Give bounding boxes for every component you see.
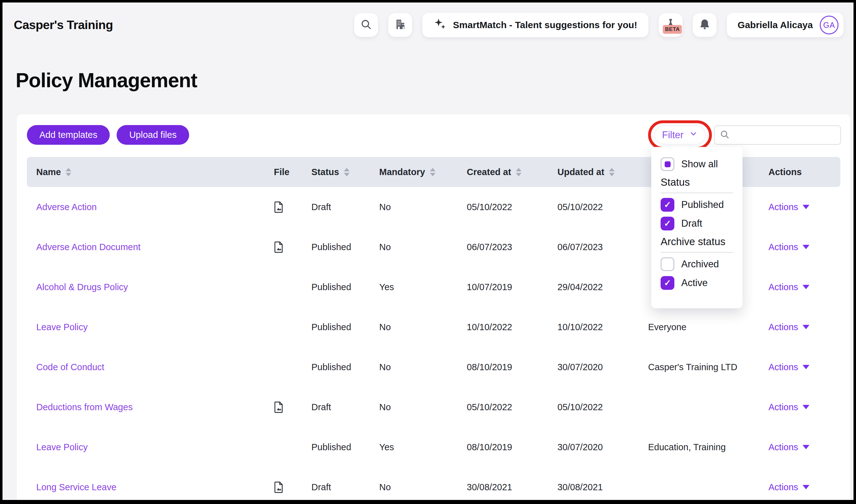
divider: [661, 193, 733, 193]
divider: [661, 252, 733, 253]
sort-arrows-icon: [516, 168, 521, 176]
policy-name-link[interactable]: Adverse Action: [36, 202, 96, 212]
row-actions-button[interactable]: Actions: [768, 242, 809, 252]
mandatory-cell: No: [370, 307, 458, 347]
filter-option-published[interactable]: ✓ Published: [661, 198, 733, 212]
row-actions-button[interactable]: Actions: [768, 362, 809, 372]
policy-name-link[interactable]: Deductions from Wages: [36, 402, 132, 412]
row-actions-button[interactable]: Actions: [768, 402, 809, 412]
file-document-icon: [274, 401, 302, 413]
created-at-cell: 05/10/2022: [458, 387, 548, 427]
row-actions-button[interactable]: Actions: [768, 442, 809, 452]
mandatory-cell: No: [370, 347, 458, 387]
row-actions-button[interactable]: Actions: [768, 322, 809, 332]
mandatory-cell: Yes: [370, 427, 458, 467]
policy-name-link[interactable]: Adverse Action Document: [36, 242, 141, 252]
mandatory-cell: No: [370, 467, 458, 504]
filter-button[interactable]: Filter: [654, 125, 706, 145]
policy-name-link[interactable]: Leave Policy: [36, 322, 88, 332]
search-icon: [360, 18, 372, 32]
caret-down-icon: [803, 245, 809, 249]
bell-icon: [698, 18, 711, 32]
smartmatch-banner-button[interactable]: SmartMatch - Talent suggestions for you!: [422, 13, 649, 37]
status-cell: Published: [302, 427, 370, 467]
caret-down-icon: [803, 285, 809, 289]
audience-cell: Education, Training: [639, 427, 759, 467]
policy-management-page: Casper's Training: [2, 2, 854, 500]
upload-files-button[interactable]: Upload files: [117, 125, 189, 145]
page-title: Policy Management: [16, 69, 197, 92]
caret-down-icon: [803, 485, 809, 489]
file-document-icon: [274, 241, 302, 253]
column-header-mandatory[interactable]: Mandatory: [370, 157, 458, 187]
policy-name-link[interactable]: Alcohol & Drugs Policy: [36, 282, 128, 292]
checkbox-checked-icon[interactable]: ✓: [661, 217, 674, 230]
audience-cell: Casper's Training LTD: [639, 347, 759, 387]
add-templates-button[interactable]: Add templates: [27, 125, 110, 145]
row-actions-button[interactable]: Actions: [768, 282, 809, 292]
labs-button[interactable]: BETA: [659, 13, 682, 37]
policy-name-link[interactable]: Leave Policy: [36, 442, 88, 452]
column-header-status[interactable]: Status: [302, 157, 370, 187]
top-bar: Casper's Training: [2, 2, 854, 48]
created-at-cell: 08/10/2019: [458, 347, 548, 387]
policy-name-link[interactable]: Code of Conduct: [36, 362, 104, 372]
caret-down-icon: [803, 325, 809, 329]
caret-down-icon: [803, 205, 809, 209]
user-name: Gabriella Alicaya: [737, 20, 813, 30]
sort-arrows-icon: [609, 168, 614, 176]
column-header-updated-at[interactable]: Updated at: [548, 157, 639, 187]
user-menu-button[interactable]: Gabriella Alicaya GA: [727, 13, 843, 37]
updated-at-cell: 30/07/2020: [548, 347, 639, 387]
audience-cell: [639, 467, 759, 504]
table-search: [714, 125, 841, 145]
row-actions-button[interactable]: Actions: [768, 482, 809, 492]
brand-title: Casper's Training: [14, 18, 113, 32]
updated-at-cell: 05/10/2022: [548, 187, 639, 227]
updated-at-cell: 30/07/2020: [548, 427, 639, 467]
created-at-cell: 30/08/2021: [458, 467, 548, 504]
column-header-name[interactable]: Name: [27, 157, 265, 187]
status-cell: Published: [302, 347, 370, 387]
checkbox-checked-icon[interactable]: ✓: [661, 198, 674, 212]
status-cell: Draft: [302, 187, 370, 227]
row-actions-button[interactable]: Actions: [768, 202, 809, 212]
column-header-file: File: [265, 157, 302, 187]
global-search-button[interactable]: [354, 13, 378, 37]
top-bar-actions: SmartMatch - Talent suggestions for you!…: [354, 13, 843, 37]
filter-section-archive-status: Archive status: [661, 235, 733, 248]
filter-dropdown: Show all Status ✓ Published ✓ Draft Arch…: [651, 147, 743, 308]
filter-option-draft[interactable]: ✓ Draft: [661, 216, 733, 231]
column-header-actions: Actions: [759, 157, 840, 187]
sort-arrows-icon: [344, 168, 350, 176]
checkbox-indeterminate-icon[interactable]: [661, 157, 674, 171]
filter-label: Filter: [662, 129, 684, 141]
filter-option-active[interactable]: ✓ Active: [661, 276, 733, 290]
column-header-created-at[interactable]: Created at: [458, 157, 548, 187]
checkbox-checked-icon[interactable]: ✓: [661, 276, 674, 290]
toolbar-right: Filter: [654, 125, 841, 145]
filter-section-status: Status: [661, 176, 733, 189]
avatar: GA: [820, 16, 838, 34]
policy-name-link[interactable]: Long Service Leave: [36, 482, 116, 492]
file-document-icon: [274, 482, 302, 493]
created-at-cell: 10/07/2019: [458, 267, 548, 307]
status-cell: Published: [302, 227, 370, 267]
filter-option-archived[interactable]: Archived: [661, 257, 733, 271]
updated-at-cell: 10/10/2022: [548, 307, 639, 347]
updated-at-cell: 30/08/2021: [548, 467, 639, 504]
sparkles-icon: [434, 18, 447, 33]
organisation-button[interactable]: [388, 13, 412, 37]
filter-option-show-all[interactable]: Show all: [661, 157, 733, 171]
table-row: Code of ConductPublishedNo08/10/201930/0…: [27, 347, 840, 387]
mandatory-cell: No: [370, 227, 458, 267]
created-at-cell: 05/10/2022: [458, 187, 548, 227]
search-input[interactable]: [733, 126, 846, 144]
notifications-button[interactable]: [693, 13, 717, 37]
caret-down-icon: [803, 405, 809, 409]
mandatory-cell: No: [370, 187, 458, 227]
sort-arrows-icon: [66, 168, 71, 176]
checkbox-unchecked-icon[interactable]: [661, 257, 674, 271]
chevron-down-icon: [689, 129, 698, 141]
updated-at-cell: 29/04/2022: [548, 267, 639, 307]
